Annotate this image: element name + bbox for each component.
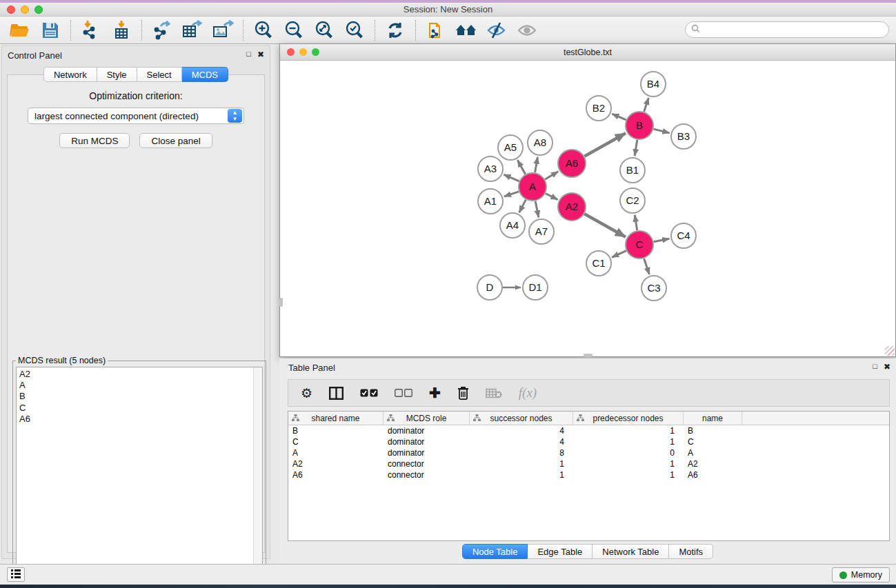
table-tab-network-table[interactable]: Network Table [593,544,669,559]
column-header-successor-nodes[interactable]: successor nodes [470,412,573,425]
result-scrollbar[interactable] [253,367,262,581]
memory-button[interactable]: Memory [832,567,890,582]
mcds-result-item[interactable]: B [19,391,253,402]
show-all-networks-button[interactable] [453,19,479,42]
edge-A2-C[interactable] [584,214,626,236]
select-all-columns-button[interactable] [360,389,378,397]
cell-name[interactable]: C [684,436,742,447]
table-settings-button[interactable]: ⚙ [301,385,312,401]
cell-MCDS-role[interactable]: connector [384,469,470,480]
unselect-all-columns-button[interactable] [395,389,412,397]
resize-grip[interactable] [885,346,895,356]
mcds-result-item[interactable]: A6 [19,414,253,425]
zoom-out-button[interactable] [281,19,307,42]
float-panel-icon[interactable]: □ [246,50,251,59]
edge-C-C2[interactable] [635,215,637,231]
cell-successor-nodes[interactable]: 1 [470,469,573,480]
table-tab-edge-table[interactable]: Edge Table [528,544,593,559]
table-tab-motifs[interactable]: Motifs [669,544,713,559]
close-panel-button[interactable]: Close panel [139,133,212,148]
export-image-button[interactable] [210,19,236,42]
cell-shared-name[interactable]: A6 [288,469,384,480]
edge-B-B2[interactable] [612,114,626,120]
cell-predecessor-nodes[interactable]: 1 [573,436,684,447]
zoom-selected-button[interactable] [341,19,368,42]
mcds-result-item[interactable]: C [19,403,253,414]
cell-name[interactable]: A2 [684,458,742,469]
tab-network[interactable]: Network [43,67,97,82]
table-tab-node-table[interactable]: Node Table [462,544,528,559]
table-row[interactable]: Bdominator41B [288,425,889,436]
import-table-button[interactable] [108,19,135,42]
column-header-MCDS-role[interactable]: MCDS role [384,412,470,425]
delete-columns-button[interactable] [457,386,469,400]
edge-A-A4[interactable] [519,200,526,213]
cell-name[interactable]: A6 [684,469,742,480]
criterion-select[interactable]: largest connected component (directed) ▲… [28,108,244,124]
import-network-button[interactable] [78,19,104,42]
edge-A-A7[interactable] [535,201,539,218]
save-session-button[interactable] [37,19,63,42]
cell-shared-name[interactable]: C [288,436,384,447]
zoom-in-button[interactable] [250,19,277,42]
cell-name[interactable]: B [684,425,742,436]
edge-B-B1[interactable] [635,140,637,156]
network-canvas[interactable]: AA5A8A3A1A4A7A6A2BB2B4B3B1CC2C4C1C3DD1 [280,61,895,355]
cell-predecessor-nodes[interactable]: 1 [573,458,684,469]
cell-successor-nodes[interactable]: 4 [470,425,573,436]
cell-predecessor-nodes[interactable]: 0 [573,447,684,458]
show-details-button[interactable] [514,19,540,42]
cell-shared-name[interactable]: B [288,425,384,436]
close-panel-icon[interactable]: ✖ [257,50,264,59]
create-column-button[interactable]: ✚ [429,385,441,401]
horizontal-scroll-thumb[interactable] [584,354,593,357]
float-table-panel-icon[interactable]: □ [873,362,877,372]
close-table-panel-icon[interactable]: ✖ [884,362,890,372]
tab-mcds[interactable]: MCDS [182,67,228,82]
edge-A6-B[interactable] [584,133,626,156]
cell-MCDS-role[interactable]: dominator [384,425,470,436]
export-network-button[interactable] [149,19,175,42]
table-row[interactable]: Cdominator41C [288,436,889,447]
edge-C-C3[interactable] [644,258,650,274]
task-history-button[interactable] [7,567,25,582]
edge-B-B3[interactable] [653,129,669,133]
edge-C-C4[interactable] [654,239,670,242]
export-table-button[interactable] [179,19,206,42]
run-mcds-button[interactable]: Run MCDS [59,133,130,148]
edge-C-C1[interactable] [612,251,626,258]
cell-shared-name[interactable]: A2 [288,458,384,469]
table-row[interactable]: Adominator80A [288,447,889,458]
cell-MCDS-role[interactable]: dominator [384,447,470,458]
search-field[interactable] [685,21,889,38]
network-window-titlebar[interactable]: testGlobe.txt [280,44,895,61]
edge-A-A2[interactable] [546,194,558,200]
cell-MCDS-role[interactable]: connector [384,458,470,469]
column-header-predecessor-nodes[interactable]: predecessor nodes [573,412,684,425]
edge-B-B4[interactable] [644,98,649,112]
edge-A-A6[interactable] [545,172,558,179]
mcds-result-item[interactable]: A2 [19,369,253,380]
vertical-scroll-thumb[interactable] [279,298,283,307]
zoom-fit-button[interactable] [311,19,337,42]
tab-select[interactable]: Select [137,67,182,82]
tab-style[interactable]: Style [97,67,137,82]
cell-name[interactable]: A [684,447,742,458]
open-session-button[interactable] [7,19,33,42]
hide-details-button[interactable] [484,19,510,42]
column-header-name[interactable]: name [684,412,742,425]
apply-layout-button[interactable] [382,19,408,42]
mcds-result-item[interactable]: A [19,380,253,391]
cell-successor-nodes[interactable]: 4 [470,436,573,447]
cell-successor-nodes[interactable]: 1 [470,458,573,469]
cell-predecessor-nodes[interactable]: 1 [573,425,684,436]
show-columns-button[interactable] [329,387,344,400]
cell-shared-name[interactable]: A [288,447,384,458]
search-input[interactable] [703,25,888,34]
edge-A-A5[interactable] [517,160,525,174]
edge-A-A1[interactable] [504,192,519,196]
edge-A-A3[interactable] [504,174,519,181]
column-header-shared-name[interactable]: shared name [288,412,384,425]
cell-MCDS-role[interactable]: dominator [384,436,470,447]
new-network-from-selection-button[interactable] [423,19,449,42]
